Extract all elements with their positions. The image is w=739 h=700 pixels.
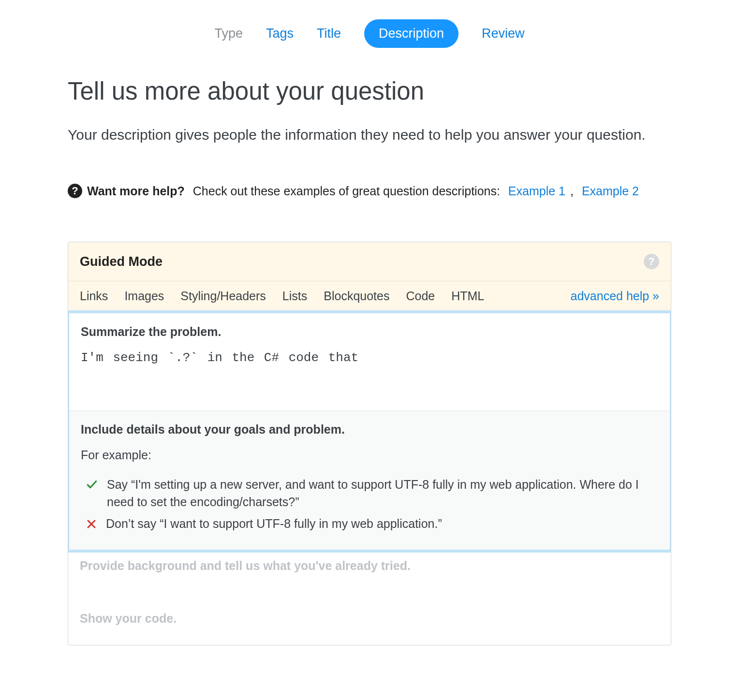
- details-for-example: For example:: [81, 448, 658, 462]
- editor-toolbar: Links Images Styling/Headers Lists Block…: [68, 281, 671, 311]
- advanced-help-link[interactable]: advanced help »: [571, 289, 659, 303]
- step-title[interactable]: Title: [317, 26, 341, 41]
- summary-label: Summarize the problem.: [81, 325, 658, 339]
- background-placeholder: Provide background and tell us what you'…: [80, 559, 659, 573]
- x-icon: [86, 517, 97, 534]
- help-line-strong: Want more help?: [87, 184, 185, 198]
- step-type[interactable]: Type: [214, 26, 243, 41]
- summary-section: Summarize the problem. I'm seeing `.?` i…: [69, 313, 670, 410]
- code-placeholder: Show your code.: [80, 612, 659, 626]
- code-section[interactable]: Show your code.: [68, 612, 671, 645]
- summary-input[interactable]: I'm seeing `.?` in the C# code that: [81, 350, 658, 399]
- list-item: Say “I'm setting up a new server, and wa…: [81, 476, 658, 511]
- list-item: Don’t say “I want to support UTF-8 fully…: [81, 515, 658, 534]
- details-bad-text: Don’t say “I want to support UTF-8 fully…: [106, 515, 442, 532]
- details-label: Include details about your goals and pro…: [81, 423, 658, 437]
- toolbar-blockquotes[interactable]: Blockquotes: [324, 289, 389, 303]
- details-good-text: Say “I'm setting up a new server, and wa…: [107, 476, 658, 511]
- editor-box: Guided Mode ? Links Images Styling/Heade…: [68, 242, 671, 645]
- check-icon: [86, 478, 98, 495]
- toolbar-code[interactable]: Code: [406, 289, 435, 303]
- example-1-link[interactable]: Example 1: [508, 184, 565, 198]
- background-section[interactable]: Provide background and tell us what you'…: [68, 552, 671, 612]
- page-title: Tell us more about your question: [68, 77, 671, 105]
- guided-header: Guided Mode ?: [68, 242, 671, 281]
- step-nav: Type Tags Title Description Review: [68, 0, 671, 77]
- toolbar-styling[interactable]: Styling/Headers: [180, 289, 266, 303]
- step-review[interactable]: Review: [482, 26, 525, 41]
- example-2-link[interactable]: Example 2: [582, 184, 639, 198]
- toolbar-lists[interactable]: Lists: [282, 289, 307, 303]
- help-line-separator: ,: [570, 184, 577, 198]
- toolbar-images[interactable]: Images: [124, 289, 164, 303]
- details-section: Include details about your goals and pro…: [69, 410, 670, 550]
- step-description[interactable]: Description: [364, 19, 458, 48]
- help-line-text: Check out these examples of great questi…: [190, 184, 503, 198]
- step-tags[interactable]: Tags: [266, 26, 294, 41]
- page-subtitle: Your description gives people the inform…: [68, 125, 671, 145]
- active-sections-highlight: Summarize the problem. I'm seeing `.?` i…: [68, 310, 671, 553]
- guided-help-icon[interactable]: ?: [644, 254, 659, 269]
- help-line: ? Want more help? Check out these exampl…: [68, 184, 671, 198]
- help-icon: ?: [68, 184, 82, 198]
- guided-mode-label: Guided Mode: [80, 254, 163, 269]
- toolbar-links[interactable]: Links: [80, 289, 108, 303]
- toolbar-html[interactable]: HTML: [451, 289, 484, 303]
- details-examples-list: Say “I'm setting up a new server, and wa…: [81, 476, 658, 534]
